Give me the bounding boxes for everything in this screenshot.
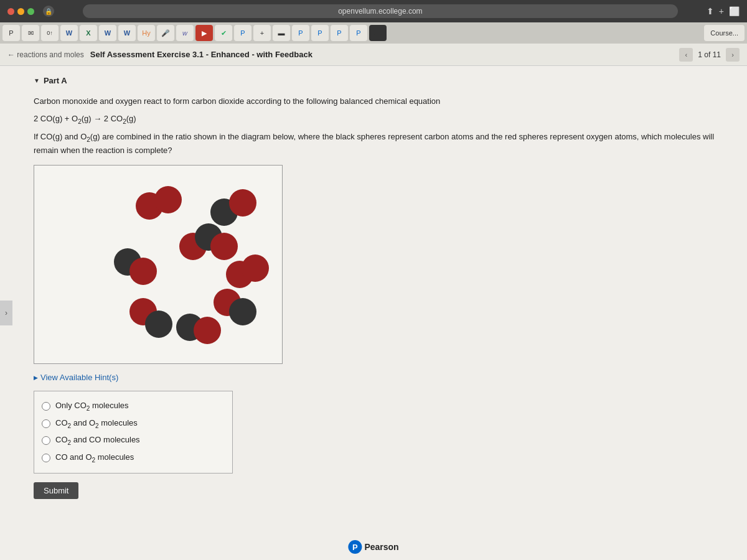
svg-point-14 xyxy=(194,317,221,344)
url-bar[interactable]: openvellum.ecollege.com xyxy=(83,4,678,18)
answer-choice-1[interactable]: Only CO2 molecules xyxy=(42,398,225,415)
choice-2-label: CO2 and O2 molecules xyxy=(55,418,138,429)
chemical-equation: 2 CO(g) + O2(g) → 2 CO2(g) xyxy=(34,114,732,125)
tab-x[interactable]: X xyxy=(80,25,97,41)
back-breadcrumb: ← reactions and moles xyxy=(7,50,84,59)
question-intro: Carbon monoxide and oxygen react to form… xyxy=(34,95,732,108)
content-area: ▼ Part A Carbon monoxide and oxygen reac… xyxy=(19,66,747,560)
sidebar-icon[interactable]: ⬜ xyxy=(729,6,740,16)
lock-icon: 🔒 xyxy=(43,6,54,17)
tab-rect[interactable]: ▬ xyxy=(273,25,290,41)
pearson-p-icon: P xyxy=(348,540,362,554)
radio-3[interactable] xyxy=(42,436,50,445)
tab-w4[interactable]: w xyxy=(176,25,194,41)
tab-black-rect[interactable]: ▬ xyxy=(369,25,387,41)
answer-choice-4[interactable]: CO and O2 molecules xyxy=(42,449,225,467)
tab-check[interactable]: ✔ xyxy=(215,25,232,41)
browser-actions: ⬆ + ⬜ xyxy=(707,6,740,16)
choice-1-label: Only CO2 molecules xyxy=(55,401,129,412)
tab-w2[interactable]: W xyxy=(99,25,116,41)
part-a-label: Part A xyxy=(44,76,67,85)
tab-plus[interactable]: + xyxy=(253,25,271,41)
answer-choice-2[interactable]: CO2 and O2 molecules xyxy=(42,415,225,432)
choice-4-label: CO and O2 molecules xyxy=(55,452,134,464)
tab-mic[interactable]: 🎤 xyxy=(157,25,174,41)
svg-point-8 xyxy=(242,254,269,282)
tab-p4[interactable]: P xyxy=(311,25,329,41)
browser-chrome: 🔒 openvellum.ecollege.com ⬆ + ⬜ xyxy=(0,0,747,22)
page-title: Self Assessment Exercise 3.1 - Enhanced … xyxy=(90,50,312,59)
svg-point-3 xyxy=(229,189,256,217)
svg-point-1 xyxy=(154,186,182,213)
tab-w3[interactable]: W xyxy=(118,25,136,41)
collapse-triangle-icon[interactable]: ▼ xyxy=(34,77,40,84)
tab-p3[interactable]: P xyxy=(292,25,309,41)
answer-choice-3[interactable]: CO2 and CO molecules xyxy=(42,432,225,449)
svg-point-6 xyxy=(210,233,238,260)
choice-3-label: CO2 and CO molecules xyxy=(55,435,140,446)
prev-page-button[interactable]: ‹ xyxy=(679,48,693,62)
url-text: openvellum.ecollege.com xyxy=(338,7,422,16)
tab-p2[interactable]: P xyxy=(234,25,251,41)
answer-choices-box: Only CO2 molecules CO2 and O2 molecules … xyxy=(34,391,233,473)
svg-point-10 xyxy=(229,298,256,325)
page-indicator: 1 of 11 xyxy=(698,50,721,59)
radio-4[interactable] xyxy=(42,454,50,462)
hint-section: ▶ View Available Hint(s) xyxy=(34,373,732,382)
tab-course[interactable]: Course... xyxy=(704,25,745,41)
tab-mail[interactable]: ✉ xyxy=(22,25,39,41)
hint-label: View Available Hint(s) xyxy=(40,373,118,382)
radio-2[interactable] xyxy=(42,419,50,428)
add-tab-icon[interactable]: + xyxy=(719,6,724,16)
hint-link[interactable]: ▶ View Available Hint(s) xyxy=(34,373,732,382)
pagination: ‹ 1 of 11 › xyxy=(679,48,740,62)
tab-doc1[interactable]: 0↑ xyxy=(41,25,59,41)
share-icon[interactable]: ⬆ xyxy=(707,6,714,16)
submit-button[interactable]: Submit xyxy=(34,482,78,499)
tab-bar: P ✉ 0↑ W X W W Hy 🎤 w ▶ ✔ P + ▬ P P P P … xyxy=(0,22,747,44)
tab-p[interactable]: P xyxy=(2,25,20,41)
molecule-diagram xyxy=(34,165,283,364)
hint-triangle-icon: ▶ xyxy=(34,375,38,381)
svg-point-16 xyxy=(129,258,157,285)
navigation-bar: ← reactions and moles Self Assessment Ex… xyxy=(0,44,747,66)
svg-point-12 xyxy=(145,310,172,338)
tab-p5[interactable]: P xyxy=(331,25,348,41)
tab-w1[interactable]: W xyxy=(60,25,78,41)
radio-1[interactable] xyxy=(42,402,50,411)
tab-hy[interactable]: Hy xyxy=(138,25,155,41)
pearson-label: Pearson xyxy=(364,542,398,552)
tab-p6[interactable]: P xyxy=(350,25,367,41)
pearson-logo: P Pearson xyxy=(348,540,398,554)
left-nav-arrow[interactable]: › xyxy=(0,301,12,325)
condition-text: If CO(g) and O2(g) are combined in the r… xyxy=(34,131,732,156)
next-page-button[interactable]: › xyxy=(726,48,740,62)
tab-red[interactable]: ▶ xyxy=(195,25,213,41)
main-content: › ▼ Part A Carbon monoxide and oxygen re… xyxy=(0,66,747,560)
part-a-header: ▼ Part A xyxy=(34,76,732,85)
